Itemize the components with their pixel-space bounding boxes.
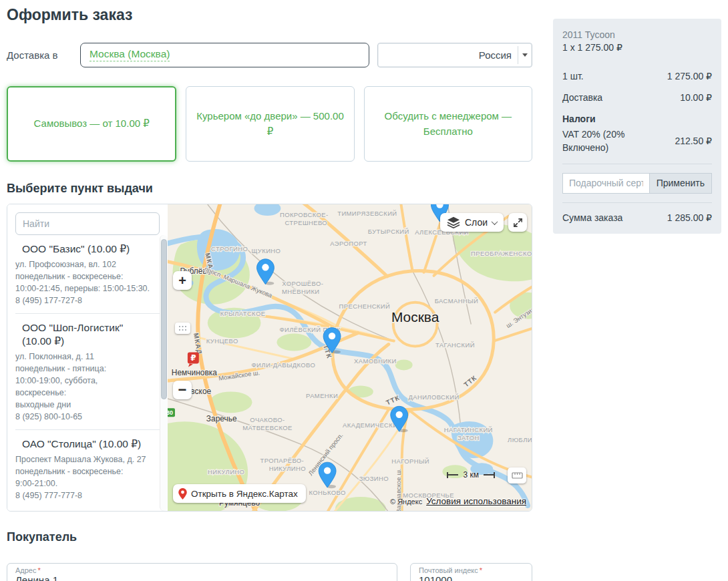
svg-text:₽: ₽ xyxy=(190,353,196,363)
summary-row-quantity: 1 шт. 1 275.00 ₽ xyxy=(562,71,712,81)
svg-text:ЩУКИНО: ЩУКИНО xyxy=(252,247,281,254)
gift-certificate-input[interactable] xyxy=(562,173,649,194)
svg-text:ЗАТОН: ЗАТОН xyxy=(458,434,480,441)
svg-text:30: 30 xyxy=(168,409,173,416)
postcode-field[interactable]: Почтовый индекс* xyxy=(410,563,532,581)
required-mark: * xyxy=(480,566,482,574)
method-manager-card[interactable]: Обсудить с менеджером — Бесплатно xyxy=(364,86,532,162)
scrollbar-track[interactable] xyxy=(160,235,168,511)
svg-text:КОНЬКОВО: КОНЬКОВО xyxy=(309,489,346,496)
measure-ruler-button[interactable] xyxy=(508,467,526,483)
svg-text:НАГАТИНСКИЙ: НАГАТИНСКИЙ xyxy=(444,426,493,433)
svg-text:ПОКРОВСКОЕ-: ПОКРОВСКОЕ- xyxy=(280,211,329,218)
address-input[interactable] xyxy=(15,574,389,581)
tax-label: VAT 20% (20% Включено) xyxy=(562,128,653,155)
apply-button[interactable]: Применить xyxy=(649,173,712,194)
ruler-icon[interactable] xyxy=(175,323,190,334)
fullscreen-button[interactable] xyxy=(508,213,527,232)
pickup-point-item[interactable]: ООО "Шоп-Логистик" (10.00 ₽) ул. Поклонн… xyxy=(15,314,160,430)
svg-text:МКАД: МКАД xyxy=(192,333,204,355)
shipping-destination-label: Доставка в xyxy=(7,49,80,61)
svg-text:Заречье: Заречье xyxy=(206,414,237,423)
country-selected-value: Россия xyxy=(378,49,518,61)
search-input[interactable] xyxy=(15,212,160,235)
road-shield-30: 30 xyxy=(168,408,175,417)
map-pin[interactable] xyxy=(257,259,275,285)
pickup-point-detail: 8 (495) 177-727-8 xyxy=(15,295,150,307)
method-courier-card[interactable]: Курьером «до двери» — 500.00 ₽ xyxy=(186,86,354,162)
svg-text:ЛЮБЛИНО: ЛЮБЛИНО xyxy=(508,436,532,443)
svg-text:Москва: Москва xyxy=(391,309,439,325)
open-in-yandex-label: Открыть в Яндекс.Картах xyxy=(191,489,298,499)
parking-icon[interactable]: ₽ xyxy=(188,353,199,367)
svg-text:НАГОРНЫЙ: НАГОРНЫЙ xyxy=(391,457,429,465)
pickup-point-name: ООО "Шоп-Логистик" (10.00 ₽) xyxy=(15,321,150,348)
svg-text:ДАНИЛОВСКИЙ: ДАНИЛОВСКИЙ xyxy=(408,393,459,401)
required-mark: * xyxy=(38,566,41,574)
yandex-map[interactable]: ПОКРОВСКОЕ- СТРЕШНЕВО ТИМИРЯЗЕВСКИЙ БУТЫ… xyxy=(168,204,532,511)
product-name: 2011 Tycoon xyxy=(562,29,712,40)
taxes-title: Налоги xyxy=(562,114,712,124)
layers-button[interactable]: Слои xyxy=(440,213,504,232)
city-input[interactable]: Москва (Москва) xyxy=(80,43,369,67)
summary-row-shipping: Доставка 10.00 ₽ xyxy=(562,92,712,103)
scrollbar-thumb[interactable] xyxy=(161,239,167,399)
open-in-yandex-button[interactable]: Открыть в Яндекс.Картах xyxy=(173,484,306,503)
pickup-point-detail: 8 (495) 777-777-8 xyxy=(15,490,150,502)
svg-text:ТАГАНСКИЙ: ТАГАНСКИЙ xyxy=(435,341,475,349)
order-summary-panel: 2011 Tycoon 1 x 1 275.00 ₽ 1 шт. 1 275.0… xyxy=(553,19,721,234)
svg-text:ОЧАКОВО-: ОЧАКОВО- xyxy=(250,416,285,423)
zoom-in-button[interactable]: + xyxy=(173,271,192,290)
address-field-label: Адрес* xyxy=(15,566,389,574)
svg-text:ЗЮЗИНО: ЗЮЗИНО xyxy=(359,475,389,482)
map-pin[interactable] xyxy=(319,462,336,488)
pickup-point-item[interactable]: ООО "Базис" (10.00 ₽) ул. Профсоюзная, в… xyxy=(15,235,160,314)
customer-fields-row: Адрес* Почтовый индекс* xyxy=(7,563,532,581)
city-value[interactable]: Москва (Москва) xyxy=(89,48,170,61)
shipping-label: Доставка xyxy=(562,92,602,103)
pickup-point-detail: 9:00-21:00. xyxy=(15,477,150,490)
scale-label: 3 км xyxy=(458,470,484,479)
address-field[interactable]: Адрес* xyxy=(7,563,397,581)
map-canvas[interactable]: ПОКРОВСКОЕ- СТРЕШНЕВО ТИМИРЯЗЕВСКИЙ БУТЫ… xyxy=(168,204,532,511)
method-pickup-card[interactable]: Самовывоз — от 10.00 ₽ xyxy=(7,86,176,162)
country-select[interactable]: Россия xyxy=(377,43,532,67)
summary-row-total: Сумма заказа 1 285.00 ₽ xyxy=(562,212,712,223)
svg-text:МНЁВНИКИ: МНЁВНИКИ xyxy=(282,288,319,295)
pickup-point-item[interactable]: ОАО "Столица" (10.00 ₽) Проспект Маршала… xyxy=(15,430,160,503)
svg-text:БАСМАННЫЙ: БАСМАННЫЙ xyxy=(435,297,478,305)
gift-certificate-row: Применить xyxy=(562,173,712,194)
tax-value: 212.50 ₽ xyxy=(675,136,712,146)
pickup-point-detail: выходные дни xyxy=(15,399,150,411)
divider xyxy=(562,164,712,164)
svg-text:БУТЫРСКИЙ: БУТЫРСКИЙ xyxy=(368,228,409,235)
chevron-down-icon xyxy=(522,53,528,57)
delivery-methods: Самовывоз — от 10.00 ₽ Курьером «до двер… xyxy=(7,86,532,162)
total-value: 1 285.00 ₽ xyxy=(667,212,712,223)
svg-text:ТРОПАРЁВО-: ТРОПАРЁВО- xyxy=(260,457,304,464)
svg-text:АЭРОПОРТ: АЭРОПОРТ xyxy=(330,240,367,247)
select-arrow-box[interactable] xyxy=(518,46,532,64)
pickup-point-name: ООО "Базис" (10.00 ₽) xyxy=(15,242,150,256)
pickup-point-detail: понедельник - воскресенье: xyxy=(15,270,150,282)
customer-section-title: Покупатель xyxy=(7,530,532,544)
page-title: Оформить заказ xyxy=(7,6,532,24)
quantity-value: 1 275.00 ₽ xyxy=(667,71,712,81)
map-scale: 3 км xyxy=(447,470,495,479)
pickup-point-detail: Проспект Маршала Жукова, д. 27 xyxy=(15,453,150,465)
zoom-out-button[interactable]: − xyxy=(173,381,192,399)
postcode-field-label: Почтовый индекс* xyxy=(419,566,524,574)
pickup-list-panel: ООО "Базис" (10.00 ₽) ул. Профсоюзная, в… xyxy=(7,204,168,511)
pickup-map-widget: ООО "Базис" (10.00 ₽) ул. Профсоюзная, в… xyxy=(7,204,532,512)
pickup-point-name: ОАО "Столица" (10.00 ₽) xyxy=(15,437,150,451)
product-qty-price: 1 x 1 275.00 ₽ xyxy=(562,42,712,53)
postcode-input[interactable] xyxy=(419,574,524,581)
total-label: Сумма заказа xyxy=(562,212,622,223)
svg-text:Немчиновка: Немчиновка xyxy=(172,368,217,377)
postcode-label-text: Почтовый индекс xyxy=(419,566,478,574)
divider xyxy=(562,202,712,203)
terms-of-use-link[interactable]: Условия использования xyxy=(426,496,526,506)
scale-bar xyxy=(448,474,458,475)
svg-text:ФИЛИ-ДАВЫДКОВО: ФИЛИ-ДАВЫДКОВО xyxy=(252,361,316,369)
quantity-label: 1 шт. xyxy=(562,71,584,81)
